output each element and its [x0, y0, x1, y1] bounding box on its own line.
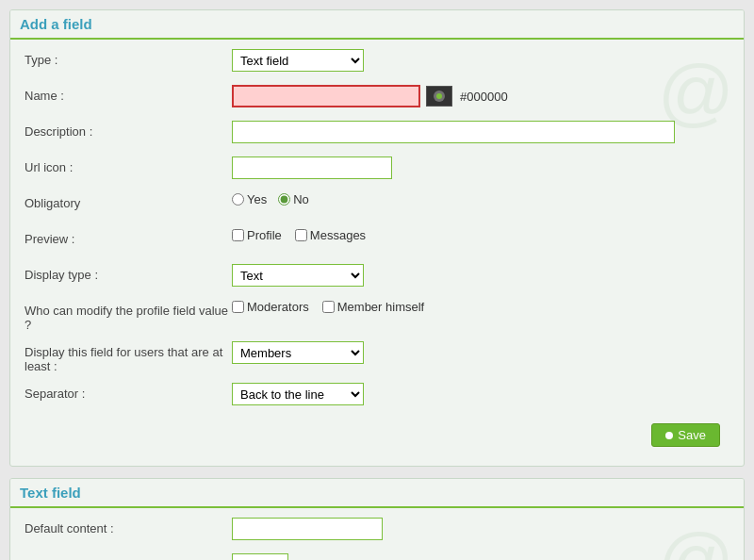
row-url-icon: Url icon : [25, 156, 729, 183]
section2-body: @ Default content : Max length : charact… [10, 508, 744, 560]
control-url-icon [232, 156, 729, 179]
section1-header: Add a field [10, 10, 744, 40]
row-obligatory: Obligatory Yes No [25, 192, 729, 219]
description-input[interactable] [232, 121, 675, 143]
label-display-users: Display this field for users that are at… [25, 341, 232, 373]
label-type: Type : [25, 49, 232, 67]
who-modify-member-text: Member himself [337, 300, 424, 314]
label-separator: Separator : [25, 383, 232, 401]
add-field-section: Add a field @ Type : Text field Dropdown… [9, 9, 745, 467]
page-wrapper: Add a field @ Type : Text field Dropdown… [0, 0, 754, 560]
label-who-modify: Who can modify the profile field value ? [25, 300, 232, 332]
preview-messages-checkbox[interactable] [295, 229, 307, 241]
section2-title: Text field [20, 485, 734, 501]
svg-point-1 [436, 93, 442, 99]
preview-messages-label[interactable]: Messages [295, 228, 366, 242]
row-max-length: Max length : characters [25, 553, 729, 560]
obligatory-yes-label[interactable]: Yes [232, 192, 267, 206]
control-default-content [232, 518, 729, 540]
type-select[interactable]: Text field Dropdown Radio Checkbox Texta… [232, 49, 364, 72]
control-separator: Back to the line None Horizontal line [232, 383, 729, 405]
row-preview: Preview : Profile Messages [25, 228, 729, 255]
control-who-modify: Moderators Member himself [232, 300, 729, 314]
display-users-select[interactable]: Members Moderators Administrators All [232, 341, 364, 364]
label-name: Name : [25, 85, 232, 103]
name-input[interactable] [232, 85, 420, 107]
obligatory-no-radio[interactable] [278, 193, 290, 206]
row-description: Description : [25, 121, 729, 147]
label-obligatory: Obligatory [25, 192, 232, 210]
control-name: #000000 [232, 85, 729, 107]
section1-body: @ Type : Text field Dropdown Radio Check… [10, 40, 744, 466]
control-preview: Profile Messages [232, 228, 729, 242]
label-max-length: Max length : [25, 553, 232, 560]
obligatory-no-label[interactable]: No [278, 192, 309, 206]
max-length-input[interactable] [232, 553, 288, 560]
control-description [232, 121, 729, 143]
row-default-content: Default content : [25, 518, 729, 544]
display-type-select[interactable]: Text HTML Image [232, 264, 364, 287]
section1-title: Add a field [20, 16, 734, 32]
label-description: Description : [25, 121, 232, 139]
who-modify-member-checkbox[interactable] [322, 301, 335, 313]
row-display-type: Display type : Text HTML Image [25, 264, 729, 290]
who-modify-checkbox-group: Moderators Member himself [232, 300, 424, 314]
default-content-input[interactable] [232, 518, 383, 540]
control-obligatory: Yes No [232, 192, 729, 206]
who-modify-moderators-checkbox[interactable] [232, 301, 244, 313]
row-display-users: Display this field for users that are at… [25, 341, 729, 373]
save-dot [665, 432, 673, 439]
preview-checkbox-group: Profile Messages [232, 228, 366, 242]
who-modify-moderators-text: Moderators [247, 300, 309, 314]
row-type: Type : Text field Dropdown Radio Checkbo… [25, 49, 729, 75]
label-default-content: Default content : [25, 518, 232, 535]
obligatory-no-text: No [293, 192, 309, 206]
label-url-icon: Url icon : [25, 156, 232, 174]
preview-profile-checkbox[interactable] [232, 229, 244, 241]
control-max-length: characters [232, 553, 729, 560]
label-display-type: Display type : [25, 264, 232, 282]
textfield-section: Text field @ Default content : Max lengt… [9, 478, 745, 560]
label-preview: Preview : [25, 228, 232, 246]
obligatory-yes-text: Yes [247, 192, 267, 206]
save-button[interactable]: Save [651, 423, 720, 447]
separator-select[interactable]: Back to the line None Horizontal line [232, 383, 364, 405]
row-who-modify: Who can modify the profile field value ?… [25, 300, 729, 332]
row-name: Name : #000000 [25, 85, 729, 111]
obligatory-yes-radio[interactable] [232, 193, 244, 206]
preview-profile-text: Profile [247, 228, 282, 242]
obligatory-radio-group: Yes No [232, 192, 309, 206]
preview-messages-text: Messages [310, 228, 366, 242]
row-separator: Separator : Back to the line None Horizo… [25, 383, 729, 409]
section2-header: Text field [10, 479, 744, 508]
color-value: #000000 [460, 90, 508, 104]
url-icon-input[interactable] [232, 156, 392, 179]
control-type: Text field Dropdown Radio Checkbox Texta… [232, 49, 729, 72]
control-display-users: Members Moderators Administrators All [232, 341, 729, 364]
who-modify-moderators-label[interactable]: Moderators [232, 300, 309, 314]
who-modify-member-label[interactable]: Member himself [322, 300, 424, 314]
save-row: Save [25, 419, 729, 456]
preview-profile-label[interactable]: Profile [232, 228, 282, 242]
save-label: Save [678, 428, 706, 442]
color-picker-icon[interactable] [426, 86, 452, 107]
control-display-type: Text HTML Image [232, 264, 729, 287]
